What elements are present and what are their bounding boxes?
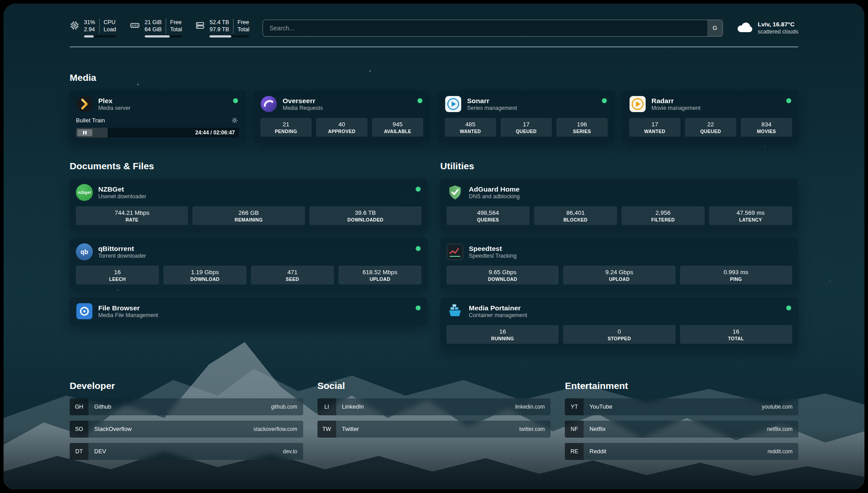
service-subtitle: Series management: [467, 105, 599, 111]
stat-wanted: 485 WANTED: [445, 118, 496, 137]
bookmark-reddit[interactable]: RE Reddit reddit.com: [565, 443, 798, 460]
stat-seed: 471 SEED: [251, 266, 334, 284]
stat-rate: 744.21 Mbps RATE: [76, 206, 188, 225]
section-title-developer: Developer: [70, 380, 303, 391]
portainer-whale-icon: [447, 303, 463, 320]
stat-queued: 22 QUEUED: [685, 118, 736, 137]
service-card-adguard[interactable]: AdGuard Home DNS and adblocking 498,564 …: [440, 179, 798, 230]
stat-running: 16 RUNNING: [447, 325, 559, 344]
bookmark-url: youtube.com: [762, 404, 798, 410]
filebrowser-icon: [76, 303, 93, 320]
stat-ping: 0.993 ms PING: [680, 266, 792, 284]
cpu-widget: 31% 2.94 CPU Load: [70, 19, 116, 38]
now-playing-title: Bullet Train: [76, 117, 105, 124]
stat-download: 9.65 Gbps DOWNLOAD: [447, 266, 559, 284]
bookmarks-entertainment: Entertainment YT YouTube youtube.com NF …: [565, 380, 798, 465]
service-card-portainer[interactable]: Media Portainer Container management 16 …: [440, 297, 798, 349]
stat-leech: 16 LEECH: [76, 266, 159, 284]
search-bar: G: [263, 20, 723, 37]
bookmark-url: netflix.com: [767, 426, 798, 432]
bookmark-youtube[interactable]: YT YouTube youtube.com: [565, 398, 798, 415]
settings-gear-icon[interactable]: [230, 116, 239, 125]
service-subtitle: Container management: [469, 312, 783, 318]
bookmark-name: Twitter: [336, 426, 519, 432]
service-name: File Browser: [98, 304, 413, 312]
ram-free-label: Free: [170, 19, 182, 26]
bookmark-abbr: LI: [317, 398, 336, 415]
service-card-nzbget[interactable]: nzbget NZBGet Usenet downloader 744.21 M…: [70, 179, 428, 230]
service-name: Radarr: [651, 96, 783, 105]
nzbget-icon: nzbget: [76, 184, 93, 201]
service-subtitle: Media Requests: [283, 105, 414, 111]
plex-icon: [76, 96, 93, 113]
bookmark-name: LinkedIn: [336, 403, 515, 410]
bookmark-name: YouTube: [584, 403, 762, 410]
service-card-qbittorrent[interactable]: qb qBittorrent Torrent downloader 16 LEE…: [70, 238, 428, 290]
bookmark-dev[interactable]: DT DEV dev.to: [70, 443, 303, 460]
section-title-entertainment: Entertainment: [565, 380, 798, 391]
service-card-sonarr[interactable]: Sonarr Series management 485 WANTED 17 Q…: [438, 90, 614, 143]
service-name: Overseerr: [283, 96, 414, 105]
cpu-usage-bar: [84, 35, 116, 38]
overseerr-icon: [260, 96, 277, 113]
stat-blocked: 86,401 BLOCKED: [534, 206, 617, 225]
cpu-chip-icon: [70, 21, 79, 32]
service-subtitle: Media File Management: [98, 312, 413, 318]
media-cards-row: Plex Media server Bullet Train: [70, 90, 798, 143]
bookmark-name: StackOverflow: [88, 426, 254, 432]
stat-upload: 618.52 Mbps UPLOAD: [338, 266, 421, 284]
service-card-plex[interactable]: Plex Media server Bullet Train: [70, 90, 245, 143]
cloud-icon: [736, 21, 753, 35]
service-card-radarr[interactable]: Radarr Movie management 17 WANTED 22 QUE…: [623, 90, 798, 143]
bookmark-github[interactable]: GH Github github.com: [70, 398, 303, 415]
status-dot: [417, 98, 422, 103]
bookmark-twitter[interactable]: TW Twitter twitter.com: [317, 421, 551, 438]
stat-total: 16 TOTAL: [680, 325, 792, 344]
service-card-overseerr[interactable]: Overseerr Media Requests 21 PENDING 40 A…: [254, 90, 430, 143]
bookmark-abbr: TW: [317, 421, 336, 438]
bookmark-linkedin[interactable]: LI LinkedIn linkedin.com: [317, 398, 551, 415]
bookmarks-social: Social LI LinkedIn linkedin.com TW Twitt…: [317, 380, 551, 465]
section-title-utilities: Utilities: [440, 161, 798, 171]
sonarr-icon: [445, 96, 462, 113]
bookmarks-developer: Developer GH Github github.com SO StackO…: [70, 380, 303, 465]
bookmark-url: reddit.com: [768, 448, 798, 455]
section-title-documents: Documents & Files: [70, 161, 428, 171]
bookmark-stackoverflow[interactable]: SO StackOverflow stackoverflow.com: [70, 421, 303, 438]
bookmark-name: Github: [88, 403, 271, 410]
stat-series: 196 SERIES: [556, 118, 608, 137]
weather-location: Lviv, 16.87°C: [758, 21, 798, 29]
ram-total-label: Total: [170, 26, 182, 33]
bookmark-name: Netflix: [584, 426, 767, 432]
stat-downloaded: 39.6 TB DOWNLOADED: [309, 206, 421, 225]
service-subtitle: Torrent downloader: [98, 253, 413, 259]
bookmark-abbr: NF: [565, 421, 584, 438]
pause-button[interactable]: [77, 129, 92, 136]
service-name: Sonarr: [467, 96, 599, 105]
bookmark-netflix[interactable]: NF Netflix netflix.com: [565, 421, 798, 438]
playback-time: 24:44 / 02:06:47: [195, 128, 235, 138]
disk-free: 52.4 TB: [209, 19, 229, 26]
status-dot: [233, 98, 238, 103]
bookmark-abbr: SO: [70, 421, 88, 438]
service-name: AdGuard Home: [469, 185, 783, 193]
bookmark-name: Reddit: [584, 448, 768, 455]
search-provider-button[interactable]: G: [707, 20, 722, 36]
service-name: NZBGet: [98, 185, 413, 193]
bookmark-url: linkedin.com: [515, 404, 551, 410]
playback-progress-bar[interactable]: 24:44 / 02:06:47: [76, 128, 239, 138]
search-input[interactable]: [263, 20, 723, 37]
ram-total: 64 GiB: [145, 26, 162, 33]
adguard-shield-icon: [447, 184, 463, 201]
qbittorrent-icon: qb: [76, 243, 93, 260]
service-subtitle: Speedtest Tracking: [469, 253, 783, 259]
cpu-label: CPU: [104, 19, 116, 26]
bookmark-abbr: RE: [565, 443, 584, 460]
service-card-speedtest[interactable]: Speedtest Speedtest Tracking 9.65 Gbps D…: [440, 238, 798, 290]
radarr-icon: [629, 96, 646, 113]
service-card-filebrowser[interactable]: File Browser Media File Management: [70, 297, 428, 325]
disk-widget: 52.4 TB 97.9 TB Free Total: [195, 19, 249, 38]
memory-icon: [129, 21, 140, 32]
status-dot: [602, 98, 607, 103]
bookmark-abbr: GH: [70, 398, 88, 415]
